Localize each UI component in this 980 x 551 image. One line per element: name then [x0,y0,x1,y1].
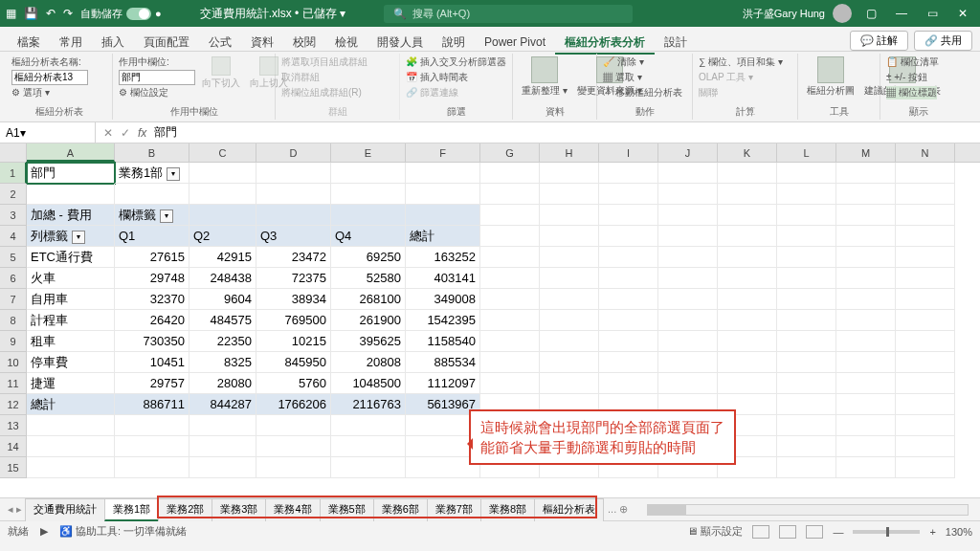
cell-A10[interactable]: 停車費 [27,352,115,373]
cell-B6[interactable]: 29748 [115,268,189,289]
cell-M1[interactable] [836,163,896,184]
row-header-6[interactable]: 6 [0,268,27,289]
cell-J11[interactable] [658,373,718,394]
cell-F11[interactable]: 1112097 [406,373,480,394]
row-header-11[interactable]: 11 [0,373,27,394]
normal-view-icon[interactable] [752,525,769,539]
zoom-level[interactable]: 130% [946,526,972,538]
tab-7[interactable]: 檢視 [325,32,368,53]
cell-N14[interactable] [896,436,955,457]
cell-B2[interactable] [115,184,189,205]
cell-L9[interactable] [777,331,836,352]
cell-N7[interactable] [896,289,955,310]
row-header-5[interactable]: 5 [0,247,27,268]
cell-C5[interactable]: 42915 [189,247,256,268]
cell-C1[interactable] [189,163,256,184]
tab-3[interactable]: 頁面配置 [134,32,199,53]
cell-D10[interactable]: 845950 [256,352,331,373]
cell-G11[interactable] [480,373,540,394]
cell-E6[interactable]: 52580 [331,268,406,289]
field-settings-button[interactable]: ⚙ 欄位設定 [119,86,195,99]
cell-C8[interactable]: 484575 [189,310,256,331]
cell-N5[interactable] [896,247,955,268]
cell-B7[interactable]: 32370 [115,289,189,310]
avatar[interactable] [833,4,852,23]
cell-C4[interactable]: Q2 [189,226,256,247]
user-name[interactable]: 洪子盛Gary Hung [743,7,825,21]
share-button[interactable]: 🔗 共用 [914,31,972,51]
cell-F2[interactable] [406,184,480,205]
cell-G8[interactable] [480,310,540,331]
cell-K9[interactable] [718,331,777,352]
refresh-button[interactable]: 重新整理 ▾ [519,55,570,99]
cell-H3[interactable] [540,205,599,226]
tab-12[interactable]: 設計 [655,32,697,53]
cell-L13[interactable] [777,415,836,436]
cell-L3[interactable] [777,205,836,226]
redo-icon[interactable]: ↷ [63,7,73,20]
cell-E2[interactable] [331,184,406,205]
cell-K6[interactable] [718,268,777,289]
cell-B1[interactable]: 業務1部▾ [115,163,189,184]
cell-A9[interactable]: 租車 [27,331,115,352]
cell-C13[interactable] [189,415,256,436]
tab-2[interactable]: 插入 [92,32,134,53]
row-header-8[interactable]: 8 [0,310,27,331]
col-header-M[interactable]: M [836,143,896,162]
zoom-slider[interactable] [853,530,920,534]
cell-E12[interactable]: 2116763 [331,394,406,415]
cell-A3[interactable]: 加總 - 費用 [27,205,115,226]
insert-slicer-button[interactable]: 🧩 插入交叉分析篩選器 [406,55,506,69]
cell-E5[interactable]: 69250 [331,247,406,268]
cell-M15[interactable] [836,457,896,478]
cell-B10[interactable]: 10451 [115,352,189,373]
col-header-E[interactable]: E [331,143,406,162]
cell-N11[interactable] [896,373,955,394]
cell-B11[interactable]: 29757 [115,373,189,394]
cell-I2[interactable] [599,184,658,205]
cell-C11[interactable]: 28080 [189,373,256,394]
cell-H9[interactable] [540,331,599,352]
cell-G3[interactable] [480,205,540,226]
cell-L2[interactable] [777,184,836,205]
cell-B5[interactable]: 27615 [115,247,189,268]
sheet-tab-9[interactable]: 樞紐分析表 [534,498,604,521]
cell-A15[interactable] [27,457,115,478]
filter-icon[interactable]: ▾ [167,167,180,181]
cell-J8[interactable] [658,310,718,331]
cell-J10[interactable] [658,352,718,373]
tab-6[interactable]: 校閱 [283,32,325,53]
cell-J7[interactable] [658,289,718,310]
cell-G4[interactable] [480,226,540,247]
sheet-tab-4[interactable]: 業務4部 [265,498,320,521]
cell-E3[interactable] [331,205,406,226]
cell-L14[interactable] [777,436,836,457]
cell-A14[interactable] [27,436,115,457]
zoom-in-icon[interactable]: + [929,526,935,538]
cell-B14[interactable] [115,436,189,457]
cell-A6[interactable]: 火車 [27,268,115,289]
cell-E10[interactable]: 20808 [331,352,406,373]
cell-E13[interactable] [331,415,406,436]
insert-timeline-button[interactable]: 📅 插入時間表 [406,71,468,84]
row-header-10[interactable]: 10 [0,352,27,373]
cell-C7[interactable]: 9604 [189,289,256,310]
cell-L6[interactable] [777,268,836,289]
cell-L12[interactable] [777,394,836,415]
cell-A11[interactable]: 捷運 [27,373,115,394]
cell-N15[interactable] [896,457,955,478]
cell-B12[interactable]: 886711 [115,394,189,415]
cell-A5[interactable]: ETC通行費 [27,247,115,268]
select-button[interactable]: ▦ 選取 ▾ [603,71,642,84]
cell-H1[interactable] [540,163,599,184]
move-pivot-button[interactable]: ↔ 移動樞紐分析表 [603,86,682,99]
tab-10[interactable]: Power Pivot [475,32,555,53]
cell-M2[interactable] [836,184,896,205]
cell-K2[interactable] [718,184,777,205]
cell-H5[interactable] [540,247,599,268]
enter-icon[interactable]: ✓ [121,126,130,140]
cell-D11[interactable]: 5760 [256,373,331,394]
cell-K4[interactable] [718,226,777,247]
cell-G7[interactable] [480,289,540,310]
col-header-N[interactable]: N [896,143,955,162]
